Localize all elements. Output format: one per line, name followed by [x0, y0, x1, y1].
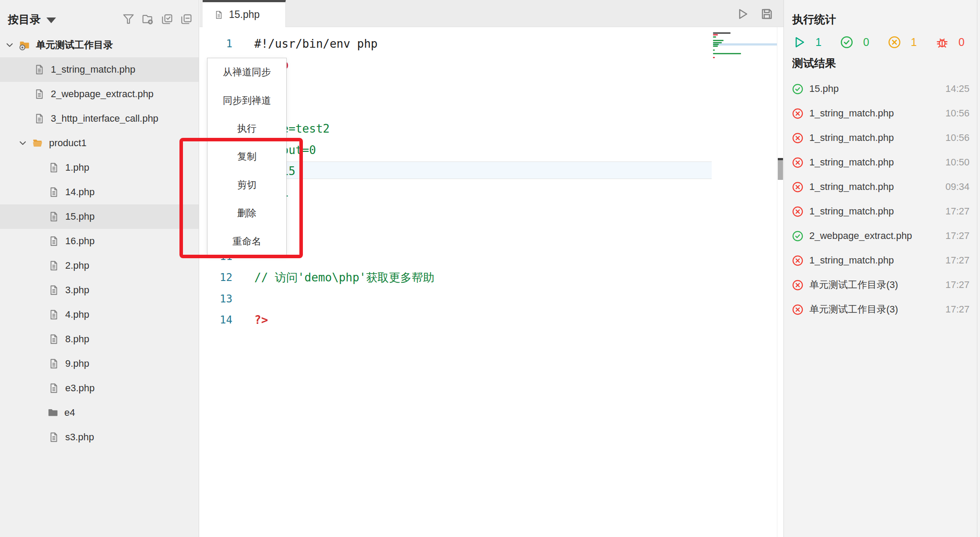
tree-item-3.php[interactable]: 3.php [0, 278, 199, 302]
app-window: 按目录 单元测试工作目录1_string_match.php2_webpage_… [0, 0, 980, 537]
tree-item-1.php[interactable]: 1.php [0, 155, 199, 180]
context-menu-item[interactable]: 剪切 [207, 171, 286, 199]
result-time: 09:34 [945, 181, 969, 193]
scrollbar-thumb[interactable] [778, 158, 783, 180]
tree-item-1_string_match.php[interactable]: 1_string_match.php [0, 57, 199, 82]
run-count-icon [792, 35, 806, 49]
tree-item-9.php[interactable]: 9.php [0, 351, 199, 376]
tab-15php[interactable]: 15.php [203, 0, 286, 27]
tree-item-product1[interactable]: product1 [0, 131, 199, 155]
minimap[interactable] [713, 32, 777, 63]
result-time: 17:27 [945, 304, 969, 315]
file-icon [48, 260, 60, 271]
tree-item-15.php[interactable]: 15.php [0, 204, 199, 229]
exec-stats-title: 执行统计 [792, 12, 836, 27]
tree-item-label: 8.php [65, 333, 89, 345]
test-result-row[interactable]: 1_string_match.php17:27 [784, 248, 980, 273]
pass-count-icon [840, 35, 854, 49]
test-result-row[interactable]: 1_string_match.php09:34 [784, 175, 980, 199]
file-icon [48, 211, 60, 222]
scrollbar-track [777, 27, 777, 537]
tree-item-label: 1.php [65, 162, 89, 173]
code-line-12: 12// 访问'demo\php'获取更多帮助 [200, 267, 716, 288]
test-result-row[interactable]: 15.php14:25 [784, 77, 980, 101]
test-results-title: 测试结果 [792, 56, 836, 70]
tree-item-2.php[interactable]: 2.php [0, 253, 199, 278]
code-line-14: 14?> [200, 309, 716, 331]
editor-region: 15.php 1#!/usr/bin/env php2<?php3/**45ti… [200, 0, 783, 537]
bug-count-icon [935, 35, 949, 49]
test-result-row[interactable]: 2_webpage_extract.php17:27 [784, 224, 980, 248]
context-menu: 从禅道同步同步到禅道执行复制剪切删除重命名 [207, 58, 287, 256]
result-time: 17:27 [945, 279, 969, 291]
stat-pass-count: 0 [840, 35, 869, 49]
tree-item-16.php[interactable]: 16.php [0, 229, 199, 253]
result-time: 17:27 [945, 206, 969, 217]
result-time: 10:56 [945, 108, 969, 119]
code-editor[interactable]: 1#!/usr/bin/env php2<?php3/**45title=tes… [200, 27, 783, 537]
line-number: 12 [200, 271, 232, 284]
chevron-down-icon[interactable] [4, 40, 15, 50]
new-folder-icon[interactable] [141, 13, 154, 25]
tree-item-14.php[interactable]: 14.php [0, 180, 199, 204]
tree-item-2_webpage_extract.php[interactable]: 2_webpage_extract.php [0, 82, 199, 106]
file-icon [48, 383, 60, 394]
fail-status-icon [792, 255, 804, 267]
file-icon [34, 64, 45, 75]
code-line-1: 1#!/usr/bin/env php [200, 33, 716, 54]
test-result-row[interactable]: 单元测试工作目录(3)17:27 [784, 297, 980, 322]
context-menu-item[interactable]: 执行 [207, 115, 286, 143]
test-result-row[interactable]: 1_string_match.php10:56 [784, 101, 980, 126]
fail-status-icon [792, 206, 804, 218]
minimap-line [713, 46, 718, 47]
tree-item-s3.php[interactable]: s3.php [0, 425, 199, 449]
collapse-all-icon[interactable] [180, 13, 193, 25]
minimap-line [713, 34, 718, 35]
context-menu-item[interactable]: 从禅道同步 [207, 58, 286, 86]
stat-value: 1 [911, 36, 917, 49]
tree-item-label: e3.php [65, 383, 95, 394]
closed-folder-icon [47, 407, 59, 418]
tree-item-e4[interactable]: e4 [0, 400, 199, 425]
context-menu-item[interactable]: 同步到禅道 [207, 86, 286, 114]
tree-item-label: 16.php [65, 235, 95, 247]
pass-status-icon [792, 83, 804, 95]
test-result-row[interactable]: 1_string_match.php10:50 [784, 150, 980, 175]
stat-fail-count: 1 [888, 35, 917, 49]
result-time: 10:56 [945, 132, 969, 144]
minimap-current-line [713, 43, 777, 46]
tab-label: 15.php [229, 9, 260, 21]
tree-item-label: 2_webpage_extract.php [51, 88, 154, 100]
stat-value: 0 [959, 36, 965, 49]
test-result-row[interactable]: 1_string_match.php10:56 [784, 126, 980, 150]
tree-item-label: product1 [49, 137, 87, 149]
view-mode-label[interactable]: 按目录 [8, 12, 41, 27]
minimap-line [713, 49, 715, 51]
tree-item-label: 14.php [65, 186, 95, 198]
test-result-row[interactable]: 单元测试工作目录(3)17:27 [784, 273, 980, 297]
context-menu-item[interactable]: 复制 [207, 143, 286, 171]
tree-item-4.php[interactable]: 4.php [0, 302, 199, 327]
view-mode-caret-icon[interactable] [46, 18, 56, 23]
tree-item-3_http_interface_call.php[interactable]: 3_http_interface_call.php [0, 106, 199, 131]
tree-item-8.php[interactable]: 8.php [0, 327, 199, 351]
result-time: 14:25 [945, 83, 969, 95]
tree-item-e3.php[interactable]: e3.php [0, 376, 199, 400]
chevron-down-icon[interactable] [18, 138, 28, 148]
run-icon[interactable] [735, 7, 749, 21]
context-menu-item[interactable]: 删除 [207, 199, 286, 227]
filter-icon[interactable] [122, 13, 135, 25]
test-result-row[interactable]: 1_string_match.php17:27 [784, 199, 980, 224]
result-file-name: 1_string_match.php [809, 255, 894, 266]
result-file-name: 1_string_match.php [809, 108, 894, 119]
result-file-name: 单元测试工作目录(3) [809, 278, 898, 291]
tree-item--[interactable]: 单元测试工作目录 [0, 33, 199, 57]
panel-scrollbar[interactable] [977, 0, 977, 537]
line-number: 1 [200, 38, 232, 50]
tab-bar: 15.php [200, 0, 783, 27]
check-all-icon[interactable] [161, 13, 173, 25]
context-menu-item[interactable]: 重命名 [207, 228, 286, 256]
file-icon [48, 162, 60, 173]
save-icon[interactable] [760, 7, 774, 21]
file-icon [214, 9, 224, 21]
